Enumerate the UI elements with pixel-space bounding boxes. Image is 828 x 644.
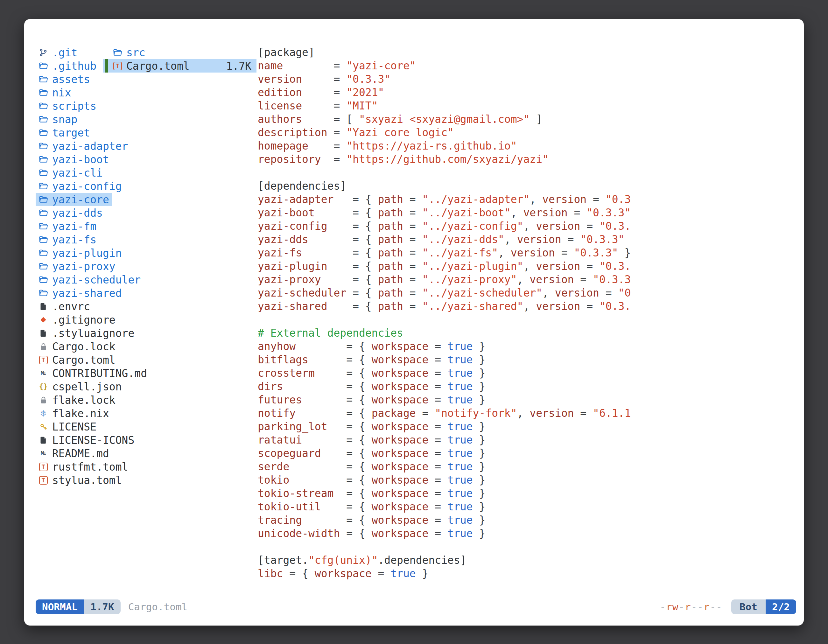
file-row[interactable]: yazi-boot [36, 153, 112, 166]
file-row[interactable]: Cargo.lock [36, 340, 112, 353]
file-name: src [126, 47, 146, 59]
file-name: .github [52, 60, 96, 72]
preview-line: authors = [ "sxyazi <sxyazi@gmail.com>" … [258, 113, 792, 126]
file-row[interactable]: .envrc [36, 300, 112, 313]
preview-line: license = "MIT" [258, 99, 792, 113]
file-row[interactable]: M↓README.md [36, 447, 112, 460]
file-row[interactable]: flake.lock [36, 393, 112, 407]
file-row[interactable]: Tstylua.toml [36, 473, 112, 487]
syntax-token: "https://github.com/sxyazi/yazi" [346, 153, 549, 166]
syntax-token: , [511, 207, 524, 219]
syntax-token: = { [289, 474, 372, 486]
file-row[interactable]: yazi-shared [36, 286, 112, 300]
syntax-token: "0.3. [599, 260, 631, 273]
status-right: -rw-r--r-- Bot 2/2 [660, 599, 796, 614]
syntax-token: = { [328, 260, 378, 273]
syntax-token: } [473, 367, 486, 379]
file-row[interactable]: nix [36, 86, 112, 99]
preview-line: name = "yazi-core" [258, 59, 792, 72]
syntax-token: } [473, 461, 486, 473]
folder-icon [38, 194, 49, 205]
syntax-token: = [580, 260, 599, 273]
file-row[interactable]: yazi-fs [36, 233, 112, 246]
syntax-token: } [416, 567, 429, 580]
syntax-token: = [428, 340, 447, 353]
file-row[interactable]: .git [36, 46, 112, 59]
file-name: Cargo.toml [52, 354, 116, 366]
syntax-token: path [378, 287, 403, 299]
file-row[interactable]: scripts [36, 99, 112, 113]
syntax-token: "../yazi-plugin" [422, 260, 524, 273]
preview-line: [target."cfg(unix)".dependencies] [258, 554, 792, 567]
file-row[interactable]: TCargo.toml1.7K [103, 59, 257, 72]
file-row[interactable]: yazi-adapter [36, 139, 112, 153]
syntax-token: } [473, 420, 486, 433]
file-name: .gitignore [52, 314, 116, 326]
file-row[interactable]: {}cspell.json [36, 380, 112, 393]
file-name: nix [52, 86, 71, 99]
syntax-token: , [542, 287, 555, 299]
syntax-token: version [530, 273, 574, 286]
preview-pane[interactable]: [package]name = "yazi-core"version = "0.… [258, 46, 792, 594]
file-size-badge: 1.7K [84, 599, 121, 614]
syntax-token: true [447, 461, 472, 473]
preview-line: # External dependencies [258, 326, 792, 340]
file-counter-badge: 2/2 [765, 599, 796, 614]
file-row[interactable]: yazi-proxy [36, 260, 112, 273]
file-row[interactable]: yazi-fm [36, 219, 112, 233]
syntax-token: workspace [372, 461, 429, 473]
syntax-token: version [536, 300, 580, 312]
syntax-token: true [447, 514, 472, 526]
syntax-token: = [321, 153, 346, 166]
syntax-token: = [302, 73, 346, 85]
toml-icon: T [38, 475, 49, 486]
syntax-token: workspace [372, 393, 429, 406]
permission-char: r [666, 601, 673, 613]
file-row[interactable]: M↓CONTRIBUTING.md [36, 367, 112, 380]
file-name: LICENSE [52, 421, 96, 433]
file-row[interactable]: target [36, 126, 112, 139]
file-row[interactable]: snap [36, 113, 112, 126]
git-branch-icon [38, 47, 49, 58]
file-row[interactable]: Trustfmt.toml [36, 460, 112, 473]
file-row[interactable]: ❄flake.nix [36, 407, 112, 420]
syntax-token: crossterm [258, 367, 315, 379]
file-row[interactable]: LICENSE-ICONS [36, 433, 112, 447]
syntax-token: futures [258, 393, 302, 406]
file-name: cspell.json [52, 381, 122, 393]
file-row[interactable]: TCargo.toml [36, 353, 112, 367]
file-row[interactable]: yazi-config [36, 179, 112, 193]
syntax-token: tokio-stream [258, 487, 334, 500]
syntax-token: = [580, 300, 599, 312]
syntax-token: = { [302, 434, 372, 446]
file-row[interactable]: yazi-plugin [36, 246, 112, 260]
file-row[interactable]: LICENSE [36, 420, 112, 433]
key-icon [38, 421, 49, 432]
file-name: yazi-cli [52, 167, 103, 179]
file-name: .styluaignore [52, 327, 134, 340]
file-row[interactable]: yazi-dds [36, 206, 112, 219]
syntax-token: yazi-config [258, 220, 328, 232]
file-row[interactable]: .github [36, 59, 112, 72]
file-row[interactable]: yazi-core [36, 193, 112, 206]
syntax-token: yazi-adapter [258, 193, 334, 205]
file-name: target [52, 127, 90, 139]
file-name: snap [52, 113, 77, 126]
syntax-token: workspace [372, 527, 429, 540]
syntax-token: version [258, 73, 302, 85]
file-row[interactable]: yazi-scheduler [36, 273, 112, 286]
file-row[interactable]: assets [36, 72, 112, 86]
syntax-token: homepage [258, 140, 308, 152]
syntax-token: = { [289, 461, 372, 473]
syntax-token: yazi-proxy [258, 273, 321, 286]
file-row[interactable]: .styluaignore [36, 326, 112, 340]
syntax-token: = [428, 434, 447, 446]
syntax-token: version [511, 247, 555, 259]
file-name: assets [52, 73, 90, 86]
syntax-token: path [378, 220, 403, 232]
file-row[interactable]: .gitignore [36, 313, 112, 326]
file-row[interactable]: src [103, 46, 257, 59]
syntax-token: "0.3.3" [574, 247, 618, 259]
preview-line: parking_lot = { workspace = true } [258, 420, 792, 433]
file-row[interactable]: yazi-cli [36, 166, 112, 179]
